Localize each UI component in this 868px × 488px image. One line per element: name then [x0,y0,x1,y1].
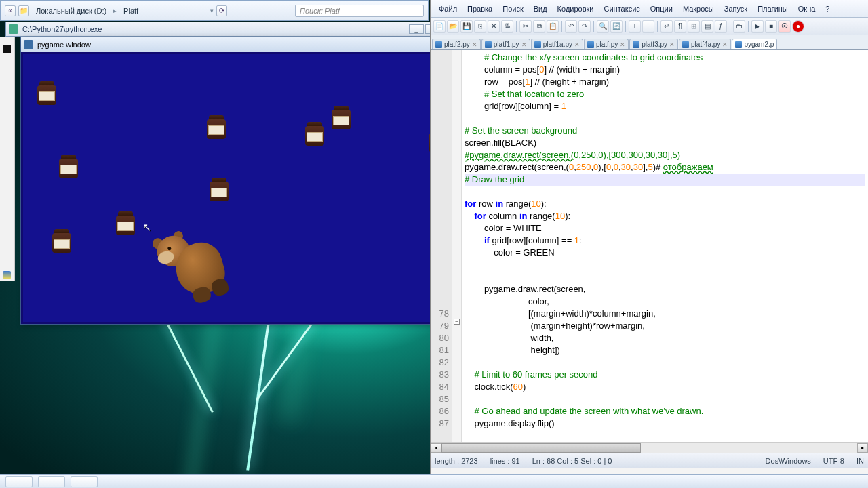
copy-icon[interactable]: ⧉ [533,20,545,33]
tab-close-icon[interactable]: ✕ [669,41,675,48]
tab-platf2[interactable]: platf2.py✕ [432,39,481,49]
explorer-search-input[interactable]: Поиск: Platf [295,5,424,17]
python-console-titlebar: C:\Python27\python.exe _ ▢ ✕ [5,22,460,37]
doc-map-icon[interactable]: ▤ [701,20,713,33]
record-indicator-icon[interactable]: ● [792,20,804,33]
refresh-icon[interactable]: ⟳ [216,5,227,16]
status-lines: lines : 91 [490,457,520,465]
taskbar-pinned-app[interactable] [5,476,33,487]
zoom-in-icon[interactable]: + [629,20,641,33]
file-icon [485,41,492,48]
function-list-icon[interactable]: ƒ [715,20,727,33]
macro-record-icon[interactable]: ⦿ [778,20,791,33]
chevron-down-icon[interactable]: ▾ [210,7,214,14]
menu-view[interactable]: Вид [530,3,551,15]
folder-icon[interactable]: 🗀 [733,20,745,33]
menu-windows[interactable]: Окна [794,3,820,15]
menu-encoding[interactable]: Кодировки [553,3,598,15]
minimize-button[interactable]: _ [409,24,424,34]
zoom-out-icon[interactable]: − [642,20,654,33]
tab-platf1a[interactable]: platf1a.py✕ [531,39,583,49]
tab-platf4a[interactable]: platf4a.py✕ [679,39,731,49]
tab-label: platf2.py [444,41,470,48]
close-file-icon[interactable]: ✕ [488,20,500,33]
scroll-right-icon[interactable]: ▸ [857,443,868,453]
file-icon [633,41,639,48]
code-editor[interactable]: 78798081828384858687 − # Change the x/y … [431,50,868,442]
console-icon[interactable] [3,45,11,53]
game-jar-sprite [331,106,351,130]
scroll-left-icon[interactable]: ◂ [431,443,441,453]
tab-close-icon[interactable]: ✕ [472,41,477,48]
file-icon [587,41,594,48]
taskbar-pinned-app[interactable] [38,476,65,487]
menu-run[interactable]: Запуск [720,3,751,15]
mouse-cursor-icon: ↖ [142,221,151,234]
tab-platf[interactable]: platf.py✕ [584,39,629,49]
python-icon[interactable] [3,271,11,279]
menu-bar: Файл Правка Поиск Вид Кодировки Синтакси… [431,0,868,18]
print-icon[interactable]: 🖶 [501,20,513,33]
back-icon[interactable]: « [5,5,16,16]
taskbar-pinned-app[interactable] [71,476,98,487]
game-jar-sprite [52,229,72,253]
menu-macros[interactable]: Макросы [679,3,718,15]
tab-close-icon[interactable]: ✕ [521,41,527,48]
replace-icon[interactable]: 🔄 [610,20,623,33]
find-icon[interactable]: 🔍 [597,20,609,33]
breadcrumb-drive[interactable]: Локальный диск (D:) [32,5,111,16]
tool-bar: 📄 📂 💾 ⎘ ✕ 🖶 ✂ ⧉ 📋 ↶ ↷ 🔍 🔄 + − ↵ ¶ ⊞ ▤ ƒ … [431,18,868,35]
file-icon [435,41,442,48]
fold-gutter[interactable]: − [452,50,462,442]
macro-play-icon[interactable]: ▶ [751,20,764,33]
menu-file[interactable]: Файл [435,3,461,15]
tab-platf1[interactable]: platf1.py✕ [481,39,530,49]
breadcrumb-folder[interactable]: Platf [119,5,142,16]
scrollbar-thumb[interactable] [441,443,641,453]
menu-search[interactable]: Поиск [498,3,527,15]
tab-label: platf.py [596,41,618,48]
menu-edit[interactable]: Правка [463,3,496,15]
code-content[interactable]: # Change the x/y screen coordinates to g… [462,50,868,442]
horizontal-scrollbar[interactable]: ◂ ▸ [431,442,868,453]
folder-icon[interactable]: 📁 [18,5,29,16]
game-jar-sprite [304,122,325,146]
menu-options[interactable]: Опции [646,3,677,15]
game-jar-sprite [58,155,79,179]
tab-close-icon[interactable]: ✕ [574,41,580,48]
left-sidebar-strip [0,37,15,281]
status-eol: Dos\Windows [766,457,811,465]
macro-stop-icon[interactable]: ■ [765,20,777,33]
tab-label: platf1.py [494,41,519,48]
status-position: Ln : 68 Col : 5 Sel : 0 | 0 [532,457,612,465]
python-exe-icon [9,24,18,34]
cut-icon[interactable]: ✂ [519,20,532,33]
game-jar-sprite [37,81,57,106]
new-file-icon[interactable]: 📄 [433,20,446,33]
status-encoding: UTF-8 [823,457,844,465]
windows-taskbar[interactable] [0,474,868,488]
whitespace-icon[interactable]: ¶ [674,20,686,33]
redo-icon[interactable]: ↷ [578,20,591,33]
paste-icon[interactable]: 📋 [547,20,559,33]
indent-guide-icon[interactable]: ⊞ [688,20,700,33]
tab-close-icon[interactable]: ✕ [722,41,728,48]
pygame-titlebar[interactable]: pygame window _ ▢ ✕ [21,37,500,52]
pygame-canvas[interactable]: ↖ [21,52,500,324]
save-icon[interactable]: 💾 [460,20,473,33]
undo-icon[interactable]: ↶ [565,20,577,33]
menu-plugins[interactable]: Плагины [753,3,792,15]
tab-label: platf1a.py [543,41,572,48]
scrollbar-track[interactable] [441,443,857,453]
save-all-icon[interactable]: ⎘ [474,20,486,33]
tab-pygam2[interactable]: pygam2.p [732,39,777,49]
open-file-icon[interactable]: 📂 [447,20,459,33]
menu-help[interactable]: ? [821,3,833,15]
game-jar-sprite [209,178,229,202]
fold-minus-icon[interactable]: − [454,319,460,325]
tab-platf3[interactable]: platf3.py✕ [629,39,678,49]
tab-label: pygam2.p [744,41,774,48]
menu-syntax[interactable]: Синтаксис [600,3,644,15]
wordwrap-icon[interactable]: ↵ [660,20,673,33]
tab-close-icon[interactable]: ✕ [620,41,625,48]
